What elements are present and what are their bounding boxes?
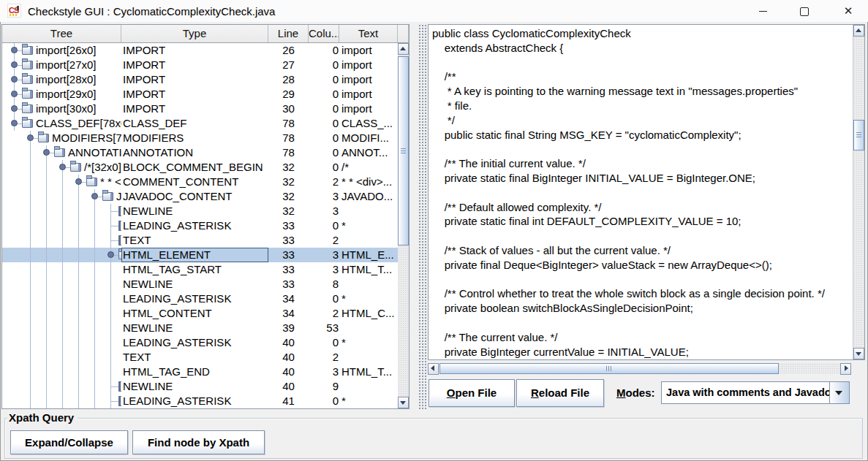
maximize-button[interactable] — [788, 0, 821, 22]
tree-guide-line — [78, 248, 79, 262]
tree-table-row[interactable]: CLASS_DEF[78x0]CLASS_DEF780CLASS_... — [2, 116, 398, 131]
tree-table-row[interactable]: TEXTTEXT402 — [2, 350, 398, 365]
scrollbar-track[interactable] — [439, 363, 840, 374]
expand-handle-icon[interactable] — [11, 47, 18, 53]
text-cell: JAVADO... — [339, 189, 398, 204]
tree-table-row[interactable]: HTML_ELEMENTHTML_ELEMENT333HTML_E... — [2, 248, 398, 262]
tree-table-row[interactable]: NEWLINENEWLINE323 — [2, 204, 398, 218]
scrollbar-thumb[interactable] — [398, 56, 409, 245]
code-line: /** Default allowed complexity. */ — [432, 200, 853, 215]
tree-table-row[interactable]: ANNOTATION[78x0]ANNOTATION780ANNOT... — [2, 145, 398, 160]
tree-vertical-scrollbar[interactable] — [398, 43, 409, 408]
tree-table-row[interactable]: NEWLINENEWLINE338 — [2, 277, 398, 292]
tree-guide-line — [62, 218, 63, 233]
expand-collapse-button[interactable]: Expand/Collapse — [10, 430, 128, 454]
tree-table-row[interactable]: import[28x0]IMPORT280import — [2, 72, 398, 87]
close-button[interactable]: ✕ — [831, 0, 865, 22]
tree-table-row[interactable]: NEWLINENEWLINE409 — [2, 379, 398, 394]
collapse-handle-icon[interactable] — [43, 149, 50, 156]
tree-table-row[interactable]: import[27x0]IMPORT270import — [2, 58, 398, 72]
collapse-handle-icon[interactable] — [107, 251, 114, 258]
scrollbar-track[interactable] — [398, 55, 409, 397]
open-file-button[interactable]: Open File — [429, 379, 515, 407]
tree-cell: JAVADOC_CONTENT — [2, 189, 121, 204]
tree-table-row[interactable]: HTML_TAG_ENDHTML_TAG_END403HTML_T... — [2, 365, 398, 379]
column-cell: 0 — [309, 160, 339, 175]
tree-table-row[interactable]: /*[32x0]BLOCK_COMMENT_BEGIN320/* — [2, 160, 398, 175]
tree-cell: NEWLINE — [2, 204, 121, 218]
collapse-handle-icon[interactable] — [75, 178, 82, 185]
tree-guide-line — [94, 204, 95, 218]
tree-guide-line — [30, 365, 31, 379]
tree-table-row[interactable]: NEWLINENEWLINE3953 — [2, 321, 398, 335]
column-header-tree[interactable]: Tree — [2, 25, 121, 42]
column-cell: 0 — [309, 58, 339, 72]
expand-handle-icon[interactable] — [11, 76, 18, 83]
tree-table-row[interactable]: HTML_TAG_STARTHTML_TAG_START333HTML_T... — [2, 262, 398, 277]
folder-icon — [22, 104, 33, 113]
scrollbar-thumb[interactable] — [853, 120, 864, 151]
chevron-down-icon[interactable] — [829, 382, 849, 403]
tree-table-row[interactable]: LEADING_ASTERISKLEADING_ASTERISK340* — [2, 292, 398, 306]
expand-handle-icon[interactable] — [11, 105, 18, 112]
code-horizontal-scrollbar[interactable] — [428, 363, 851, 374]
tree-table-row[interactable]: MODIFIERS[78x0]MODIFIERS780MODIFI... — [2, 131, 398, 145]
code-vertical-scrollbar[interactable] — [853, 25, 864, 359]
tree-guide-line — [30, 189, 31, 204]
tree-guide-line — [94, 365, 95, 379]
tree-guide-line — [110, 306, 111, 321]
tree-table-row[interactable]: LEADING_ASTERISKLEADING_ASTERISK410* — [2, 394, 398, 408]
column-header-columns[interactable]: Colu... — [309, 25, 339, 42]
scroll-up-icon[interactable] — [853, 25, 864, 37]
collapse-handle-icon[interactable] — [59, 164, 66, 170]
column-header-type[interactable]: Type — [121, 25, 268, 42]
reload-file-button[interactable]: Reload File — [516, 379, 604, 407]
column-header-text[interactable]: Text — [339, 25, 398, 42]
column-header-line[interactable]: Line — [268, 25, 309, 42]
tree-table-row[interactable]: LEADING_ASTERISKLEADING_ASTERISK330* — [2, 218, 398, 233]
tree-guide-line — [78, 189, 79, 204]
scroll-down-icon[interactable] — [398, 397, 409, 408]
type-cell: NEWLINE — [121, 277, 268, 292]
tree-cell: ANNOTATION[78x0] — [2, 145, 121, 160]
column-cell: 53 — [309, 321, 339, 335]
scrollbar-track[interactable] — [853, 37, 864, 348]
scroll-right-icon[interactable] — [840, 363, 851, 375]
tree-table-row[interactable]: TEXTTEXT332 — [2, 233, 398, 248]
line-cell: 40 — [268, 379, 309, 394]
folder-icon — [22, 90, 33, 99]
line-cell: 28 — [268, 72, 309, 87]
expand-handle-icon[interactable] — [11, 61, 18, 68]
tree-node-label: JAVADOC_CONTENT — [116, 189, 121, 204]
column-cell: 0 — [309, 145, 339, 160]
code-editor[interactable]: public class CyclomaticComplexityCheck e… — [429, 25, 853, 359]
scroll-down-icon[interactable] — [853, 348, 864, 359]
text-cell: * — [339, 292, 398, 306]
tree-guide-line — [94, 233, 95, 248]
scrollbar-thumb[interactable] — [439, 363, 779, 374]
text-cell: import — [339, 43, 398, 58]
tree-table-row[interactable]: * * <div>...COMMENT_CONTENT322* * <div>.… — [2, 175, 398, 189]
minimize-button[interactable] — [746, 0, 780, 22]
tree-table-row[interactable]: LEADING_ASTERISKLEADING_ASTERISK400* — [2, 335, 398, 350]
collapse-handle-icon[interactable] — [91, 193, 98, 199]
text-cell — [339, 277, 398, 292]
expand-handle-icon[interactable] — [11, 91, 18, 97]
split-divider[interactable] — [418, 24, 426, 409]
tree-guide-line — [46, 335, 47, 350]
scroll-up-icon[interactable] — [398, 43, 409, 55]
tree-table-row[interactable]: HTML_CONTENTHTML_CONTENT342HTML_C... — [2, 306, 398, 321]
tree-guide-line — [62, 292, 63, 306]
tree-guide-line — [94, 335, 95, 350]
scroll-left-icon[interactable] — [428, 363, 439, 375]
tree-table-row[interactable]: import[26x0]IMPORT260import — [2, 43, 398, 58]
collapse-handle-icon[interactable] — [27, 134, 34, 141]
tree-table-row[interactable]: import[29x0]IMPORT290import — [2, 87, 398, 102]
tree-node-label: CLASS_DEF[78x0] — [36, 116, 121, 131]
find-node-by-xpath-button[interactable]: Find node by Xpath — [132, 430, 265, 454]
code-line — [432, 142, 853, 156]
collapse-handle-icon[interactable] — [11, 120, 18, 126]
tree-table-row[interactable]: JAVADOC_CONTENTJAVADOC_CONTENT323JAVADO.… — [2, 189, 398, 204]
tree-table-row[interactable]: import[30x0]IMPORT300import — [2, 102, 398, 116]
modes-select[interactable]: Java with comments and Javadocs — [661, 381, 850, 404]
